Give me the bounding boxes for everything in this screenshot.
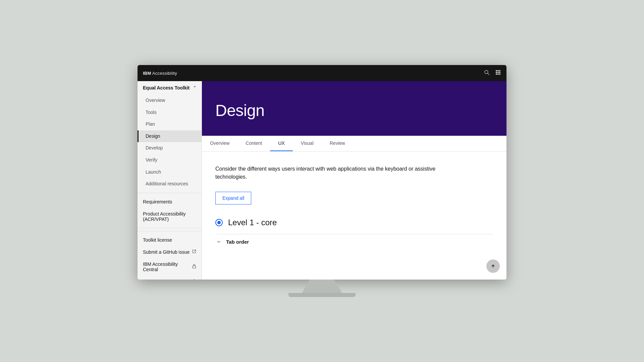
content-body: Consider the different ways users intera… — [202, 152, 506, 280]
level-title: Level 1 - core — [228, 218, 277, 227]
svg-rect-4 — [499, 70, 500, 71]
svg-rect-6 — [497, 72, 498, 73]
sidebar-section-title: Equal Access Toolkit — [143, 85, 190, 90]
nav-actions — [484, 69, 501, 77]
svg-rect-10 — [499, 73, 500, 74]
chevron-up-icon: ⌃ — [193, 85, 196, 90]
tab-review[interactable]: Review — [322, 136, 353, 151]
sidebar-item-label: IBM Accessibility Central — [143, 261, 192, 272]
sidebar-item-additional-resources[interactable]: Additional resources — [138, 178, 202, 190]
sidebar-item-label: Submit a GitHub issue — [143, 249, 190, 255]
external-link-icon — [192, 249, 196, 254]
grid-icon[interactable] — [495, 69, 501, 77]
monitor-base — [288, 293, 356, 297]
sidebar-item-develop[interactable]: Develop — [138, 142, 202, 154]
sidebar: Equal Access Toolkit ⌃ Overview Tools Pl… — [138, 81, 202, 280]
svg-rect-3 — [497, 70, 498, 71]
sidebar-item-toolkit-license[interactable]: Toolkit license — [138, 234, 202, 246]
tab-visual[interactable]: Visual — [293, 136, 322, 151]
svg-line-1 — [488, 73, 489, 75]
svg-rect-5 — [496, 72, 497, 73]
search-icon[interactable] — [484, 69, 490, 77]
content-wrapper: Design Overview Content UX Visual Review… — [202, 81, 506, 280]
sidebar-item-design[interactable]: Design — [138, 130, 202, 142]
svg-rect-9 — [497, 73, 498, 74]
svg-rect-2 — [496, 70, 497, 71]
sidebar-item-product-accessibility[interactable]: Product Accessibility (ACR/VPAT) — [138, 208, 202, 225]
accordion-title: Tab order — [226, 239, 249, 245]
sidebar-item-verify[interactable]: Verify — [138, 154, 202, 166]
scroll-to-top-button[interactable] — [486, 259, 500, 273]
svg-rect-8 — [496, 73, 497, 74]
tab-ux[interactable]: UX — [270, 136, 292, 151]
ibm-logo: IBM Accessibility — [143, 71, 177, 76]
sidebar-item-tools[interactable]: Tools — [138, 107, 202, 119]
expand-all-button[interactable]: Expand all — [215, 192, 251, 204]
nav-brand: IBM Accessibility — [143, 71, 177, 76]
page-title: Design — [215, 101, 493, 120]
tabs-bar: Overview Content UX Visual Review — [202, 136, 506, 152]
svg-rect-7 — [499, 72, 500, 73]
monitor-stand — [302, 280, 342, 293]
sidebar-divider-2 — [138, 228, 202, 228]
hero-banner: Design — [202, 81, 506, 136]
lock-icon-2 — [192, 279, 196, 280]
level-radio-inner — [217, 221, 221, 224]
accordion-item-tab-order: Tab order — [215, 234, 493, 249]
sidebar-item-overview[interactable]: Overview — [138, 95, 202, 107]
sidebar-item-launch[interactable]: Launch — [138, 166, 202, 178]
chevron-down-icon — [215, 239, 222, 245]
sidebar-item-accessibility-at-ibm[interactable]: #accessibility-at-ibm — [138, 276, 202, 280]
sidebar-item-plan[interactable]: Plan — [138, 118, 202, 130]
accordion-header-tab-order[interactable]: Tab order — [215, 234, 493, 249]
level-section: Level 1 - core — [215, 218, 493, 227]
sidebar-item-ibm-accessibility-central[interactable]: IBM Accessibility Central — [138, 258, 202, 276]
sidebar-item-label: #accessibility-at-ibm — [143, 279, 185, 280]
svg-rect-11 — [193, 266, 196, 268]
level-radio — [215, 219, 223, 226]
tab-overview[interactable]: Overview — [202, 136, 237, 151]
sidebar-item-submit-github[interactable]: Submit a GitHub issue — [138, 246, 202, 258]
sidebar-divider-3 — [138, 231, 202, 231]
top-navigation: IBM Accessibility — [138, 65, 506, 81]
sidebar-item-requirements[interactable]: Requirements — [138, 196, 202, 208]
lock-icon — [192, 264, 196, 269]
sidebar-divider-1 — [138, 193, 202, 193]
content-area: Design Overview Content UX Visual Review… — [202, 81, 506, 280]
sidebar-section-header-toolkit[interactable]: Equal Access Toolkit ⌃ — [138, 81, 202, 95]
sidebar-section-toolkit: Equal Access Toolkit ⌃ Overview Tools Pl… — [138, 81, 202, 190]
content-description: Consider the different ways users intera… — [215, 165, 443, 181]
tab-content[interactable]: Content — [237, 136, 270, 151]
